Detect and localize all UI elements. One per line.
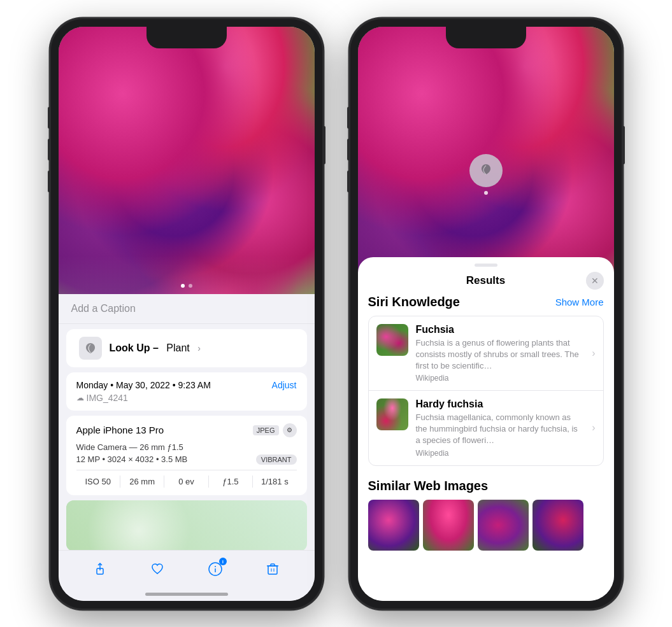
heart-button[interactable] [145,556,170,582]
trash-icon [266,562,280,576]
results-header: Results ✕ [358,267,614,295]
meta-section: Monday • May 30, 2022 • 9:23 AM Adjust ☁… [66,372,307,411]
page-dot-1 [181,284,185,288]
similar-images[interactable] [368,500,604,551]
share-icon [93,562,107,576]
svg-rect-4 [268,566,277,574]
page-dot-2 [189,284,192,288]
card-title-fuchsia: Fuchsia [416,324,585,335]
device-row: Apple iPhone 13 Pro JPEG ⚙ [76,423,297,437]
card-source-hardy: Wikipedia [416,449,585,458]
home-indicator-left [145,593,228,596]
notch-right [446,27,526,48]
knowledge-card-hardy[interactable]: Hardy fuchsia Fuchsia magellanica, commo… [369,391,603,465]
lookup-icon [79,337,102,360]
similar-img-4[interactable] [533,500,583,551]
phone-screen-right: Results ✕ Siri Knowledge Show More Fu [358,27,614,601]
lookup-subject: Plant [166,342,189,354]
card-thumb-hardy [376,398,408,430]
page-dots [181,284,192,288]
caption-area[interactable]: Add a Caption [59,294,315,324]
vibrant-badge: VIBRANT [256,454,297,465]
left-scroll-area[interactable]: Add a Caption Look Up – Plant › Monday •… [59,27,315,550]
filename-text: IMG_4241 [87,393,128,403]
exif-row: ISO 50 26 mm 0 ev ƒ1.5 1/181 s [76,470,297,488]
siri-knowledge-title: Siri Knowledge [368,295,460,309]
flower-photo-left[interactable] [59,27,315,294]
trash-button[interactable] [260,556,285,582]
cloud-icon: ☁ [76,393,84,402]
meta-date: Monday • May 30, 2022 • 9:23 AM [76,380,211,390]
similar-title: Similar Web Images [368,479,489,493]
close-icon: ✕ [591,276,599,286]
card-thumb-fuchsia [376,324,408,356]
caption-placeholder[interactable]: Add a Caption [71,303,136,314]
card-chevron-hardy-icon: › [592,422,595,433]
card-chevron-fuchsia-icon: › [592,348,595,359]
map-section[interactable] [66,500,307,550]
leaf-icon [83,341,97,355]
lookup-chevron-icon: › [197,343,201,353]
settings-icon[interactable]: ⚙ [283,423,297,437]
similar-img-1[interactable] [368,500,419,551]
exif-iso: ISO 50 [76,476,120,488]
results-panel: Results ✕ Siri Knowledge Show More Fu [358,257,614,601]
lookup-text: Look Up – [110,342,159,354]
card-title-hardy: Hardy fuchsia [416,398,585,410]
lookup-row[interactable]: Look Up – Plant › [66,329,307,367]
exif-ev: 0 ev [164,476,208,488]
card-content-fuchsia: Fuchsia Fuchsia is a genus of flowering … [416,324,585,383]
visual-intelligence-button[interactable] [469,154,503,187]
adjust-button[interactable]: Adjust [272,380,297,390]
exif-focal: 26 mm [120,476,164,488]
flower-photo-right [358,27,614,294]
meta-date-row: Monday • May 30, 2022 • 9:23 AM Adjust [76,380,297,390]
knowledge-card-fuchsia[interactable]: Fuchsia Fuchsia is a genus of flowering … [369,316,603,391]
similar-section: Similar Web Images [368,479,604,551]
exif-aperture: ƒ1.5 [209,476,253,488]
meta-filename: ☁ IMG_4241 [76,393,297,403]
format-badge: JPEG [253,425,279,435]
svg-rect-6 [271,564,275,566]
share-button[interactable] [87,556,113,582]
info-button[interactable]: i [203,556,228,582]
results-body[interactable]: Siri Knowledge Show More Fuchsia Fuchsia… [358,295,614,594]
siri-knowledge-header: Siri Knowledge Show More [368,295,604,309]
card-desc-fuchsia: Fuchsia is a genus of flowering plants t… [416,337,585,372]
right-phone: Results ✕ Siri Knowledge Show More Fu [349,18,623,610]
exif-shutter: 1/181 s [253,476,296,488]
device-name: Apple iPhone 13 Pro [76,425,164,435]
card-source-fuchsia: Wikipedia [416,374,585,383]
file-specs: 12 MP • 3024 × 4032 • 3.5 MB VIBRANT [76,454,297,465]
show-more-button[interactable]: Show More [555,297,604,307]
badges: JPEG ⚙ [253,423,297,437]
card-desc-hardy: Fuchsia magellanica, commonly known as t… [416,412,585,447]
card-content-hardy: Hardy fuchsia Fuchsia magellanica, commo… [416,398,585,458]
left-phone: Add a Caption Look Up – Plant › Monday •… [50,18,324,610]
heart-icon [150,562,164,576]
phone-screen-left: Add a Caption Look Up – Plant › Monday •… [59,27,315,601]
similar-img-3[interactable] [478,500,529,551]
info-badge-dot: i [219,558,227,565]
notch-left [147,27,227,48]
svg-point-3 [215,566,216,567]
results-close-button[interactable]: ✕ [586,272,604,290]
file-spec-text: 12 MP • 3024 × 4032 • 3.5 MB [76,454,188,464]
vi-dot [484,191,488,195]
similar-header: Similar Web Images [368,479,604,493]
lookup-label: Look Up – Plant › [110,342,201,354]
camera-specs: Wide Camera — 26 mm ƒ1.5 [76,442,297,452]
device-section: Apple iPhone 13 Pro JPEG ⚙ Wide Camera —… [66,416,307,495]
knowledge-cards: Fuchsia Fuchsia is a genus of flowering … [368,316,604,466]
similar-img-2[interactable] [423,500,474,551]
results-title: Results [466,274,505,287]
visual-intelligence-leaf-icon [477,162,495,180]
